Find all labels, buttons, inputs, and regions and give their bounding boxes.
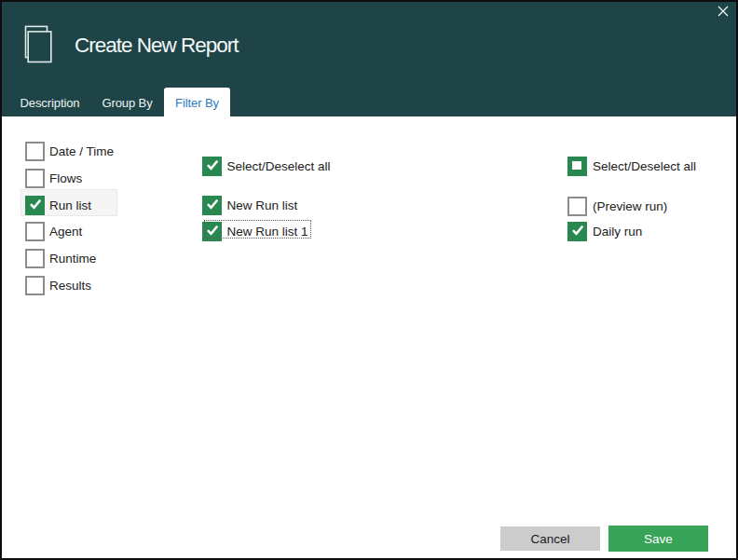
tab-bar: Description Group By Filter By [9,88,232,116]
tab-group-by[interactable]: Group By [92,88,162,116]
label-agent[interactable]: Agent [49,222,82,241]
check-icon [567,222,587,241]
check-icon [25,196,45,215]
close-icon [718,6,729,17]
save-button[interactable]: Save [608,526,708,552]
checkbox-flows[interactable] [25,169,45,188]
check-icon [202,196,222,215]
dialog-title: Create New Report [75,34,239,58]
label-daily-run[interactable]: Daily run [593,222,642,241]
indeterminate-mark [572,161,581,171]
report-copy-icon [24,25,53,63]
tab-description[interactable]: Description [9,88,90,116]
label-preview-run[interactable]: (Preview run) [593,197,667,216]
checkbox-daily-run[interactable] [567,222,587,241]
checkbox-select-all-agent[interactable] [567,157,587,176]
label-results[interactable]: Results [49,276,91,295]
checkbox-run-list[interactable] [25,196,45,215]
check-icon [202,157,222,176]
label-run-list[interactable]: Run list [49,196,91,215]
checkbox-runtime[interactable] [25,249,45,268]
cancel-button[interactable]: Cancel [500,526,600,551]
checkbox-preview-run[interactable] [567,197,587,216]
checkbox-new-run-list[interactable] [202,196,222,215]
checkbox-date-time[interactable] [25,142,45,161]
close-button[interactable] [712,1,734,21]
checkbox-select-all-run-list[interactable] [202,157,222,176]
tab-filter-by[interactable]: Filter By [164,88,230,116]
focus-outline [205,221,309,239]
label-select-all-agent[interactable]: Select/Deselect all [593,157,696,176]
label-date-time[interactable]: Date / Time [49,142,114,161]
checkbox-results[interactable] [25,276,45,295]
checkbox-agent[interactable] [25,222,45,241]
label-select-all-run-list[interactable]: Select/Deselect all [227,157,331,176]
label-flows[interactable]: Flows [49,169,82,188]
label-runtime[interactable]: Runtime [49,249,96,268]
label-new-run-list[interactable]: New Run list [227,196,298,215]
dialog-header: Create New Report Description Group By F… [2,2,736,116]
